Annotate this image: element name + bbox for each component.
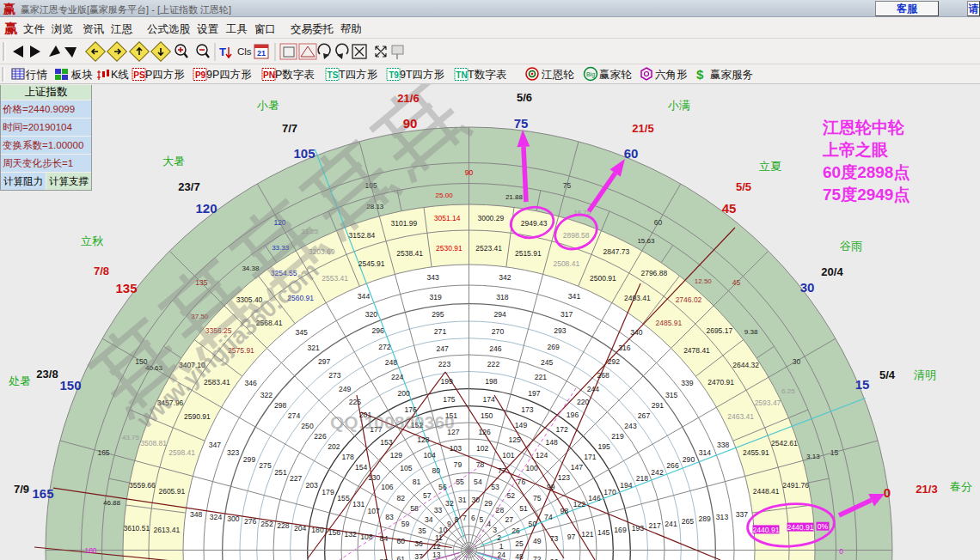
- svg-text:315: 315: [665, 391, 678, 399]
- svg-text:56: 56: [438, 483, 447, 491]
- svg-text:72: 72: [533, 555, 542, 560]
- svg-text:276: 276: [244, 517, 257, 526]
- svg-text:203: 203: [305, 481, 318, 490]
- svg-text:小暑: 小暑: [256, 99, 279, 112]
- svg-text:21.88: 21.88: [505, 193, 524, 201]
- svg-text:150: 150: [481, 411, 493, 420]
- svg-text:245: 245: [541, 358, 554, 367]
- svg-text:348: 348: [190, 510, 203, 519]
- svg-text:43.75: 43.75: [122, 434, 140, 441]
- svg-text:28: 28: [496, 506, 505, 514]
- svg-text:2515.91: 2515.91: [515, 249, 542, 258]
- svg-text:3152.84: 3152.84: [349, 231, 376, 240]
- svg-text:84: 84: [380, 534, 389, 543]
- svg-text:75: 75: [533, 494, 542, 502]
- svg-text:27: 27: [505, 515, 514, 524]
- svg-text:249: 249: [339, 385, 352, 393]
- svg-text:3610.51: 3610.51: [123, 524, 150, 533]
- svg-text:217: 217: [648, 521, 661, 530]
- svg-text:2470.91: 2470.91: [707, 378, 734, 387]
- svg-text:222: 222: [487, 360, 500, 368]
- svg-text:269: 269: [548, 343, 560, 351]
- svg-text:5/5: 5/5: [736, 180, 751, 193]
- svg-text:270: 270: [492, 327, 505, 336]
- svg-text:289: 289: [698, 514, 711, 523]
- svg-text:197: 197: [528, 389, 541, 398]
- svg-text:15.63: 15.63: [637, 237, 655, 245]
- svg-text:9: 9: [447, 520, 451, 528]
- svg-text:196: 196: [567, 411, 579, 419]
- svg-text:25.00: 25.00: [436, 192, 454, 199]
- svg-text:24: 24: [497, 551, 505, 559]
- svg-text:54: 54: [474, 478, 482, 486]
- svg-text:340: 340: [630, 328, 643, 337]
- svg-text:80: 80: [432, 466, 440, 475]
- svg-text:251: 251: [274, 468, 287, 477]
- svg-text:297: 297: [318, 357, 331, 366]
- svg-text:74: 74: [544, 513, 553, 521]
- svg-text:296: 296: [372, 326, 385, 335]
- svg-text:125: 125: [509, 435, 522, 444]
- svg-text:12: 12: [432, 542, 441, 551]
- svg-text:春分: 春分: [950, 480, 972, 493]
- svg-text:8: 8: [455, 515, 459, 524]
- svg-text:85: 85: [380, 557, 389, 560]
- svg-text:225: 225: [349, 398, 362, 406]
- svg-text:298: 298: [274, 401, 287, 410]
- svg-text:124: 124: [536, 451, 548, 460]
- svg-text:266: 266: [666, 461, 679, 470]
- svg-text:77: 77: [498, 466, 506, 475]
- svg-text:51: 51: [519, 504, 528, 513]
- svg-text:221: 221: [535, 373, 548, 381]
- svg-text:174: 174: [483, 395, 496, 404]
- svg-text:273: 273: [328, 371, 341, 380]
- svg-text:226: 226: [314, 432, 327, 441]
- svg-text:0%: 0%: [818, 522, 829, 531]
- svg-text:83: 83: [385, 513, 394, 521]
- svg-text:53: 53: [491, 483, 499, 491]
- svg-text:11: 11: [435, 533, 443, 542]
- svg-text:172: 172: [555, 425, 568, 434]
- svg-text:36: 36: [414, 539, 423, 548]
- svg-text:101: 101: [502, 451, 515, 460]
- svg-text:271: 271: [434, 327, 447, 336]
- svg-text:343: 343: [427, 273, 440, 282]
- svg-text:2463.41: 2463.41: [727, 412, 754, 421]
- svg-text:241: 241: [665, 520, 677, 528]
- svg-text:293: 293: [554, 326, 567, 335]
- svg-text:73: 73: [550, 534, 559, 543]
- svg-text:314: 314: [699, 448, 712, 457]
- svg-text:193: 193: [632, 524, 645, 533]
- svg-text:2538.41: 2538.41: [396, 249, 423, 258]
- svg-text:105: 105: [293, 146, 315, 161]
- svg-text:79: 79: [454, 460, 462, 469]
- svg-text:78: 78: [476, 460, 485, 469]
- svg-text:6: 6: [471, 514, 475, 522]
- svg-text:TS: TS: [328, 70, 339, 80]
- svg-text:108: 108: [360, 533, 373, 541]
- svg-text:6.25: 6.25: [781, 387, 795, 395]
- svg-text:上帝之眼: 上帝之眼: [822, 141, 889, 159]
- svg-text:267: 267: [638, 411, 651, 420]
- svg-text:165: 165: [97, 448, 109, 457]
- svg-text:60: 60: [624, 146, 639, 161]
- svg-text:146: 146: [588, 494, 601, 502]
- svg-text:3: 3: [493, 526, 497, 534]
- svg-text:46.88: 46.88: [103, 499, 121, 507]
- svg-text:大暑: 大暑: [162, 155, 185, 167]
- svg-text:122: 122: [573, 500, 586, 508]
- svg-text:81: 81: [413, 478, 421, 486]
- svg-text:PN: PN: [263, 70, 275, 80]
- svg-text:291: 291: [652, 401, 665, 410]
- svg-text:2478.41: 2478.41: [683, 346, 710, 355]
- svg-text:20/4: 20/4: [821, 265, 843, 278]
- svg-text:34: 34: [425, 515, 433, 524]
- svg-text:90: 90: [403, 116, 418, 131]
- svg-text:13: 13: [432, 551, 441, 559]
- svg-text:9.38: 9.38: [744, 328, 758, 336]
- svg-text:321: 321: [308, 344, 321, 352]
- svg-text:2644.32: 2644.32: [732, 361, 759, 369]
- svg-text:58: 58: [410, 504, 419, 513]
- svg-text:5/6: 5/6: [517, 91, 532, 104]
- svg-text:347: 347: [209, 441, 222, 449]
